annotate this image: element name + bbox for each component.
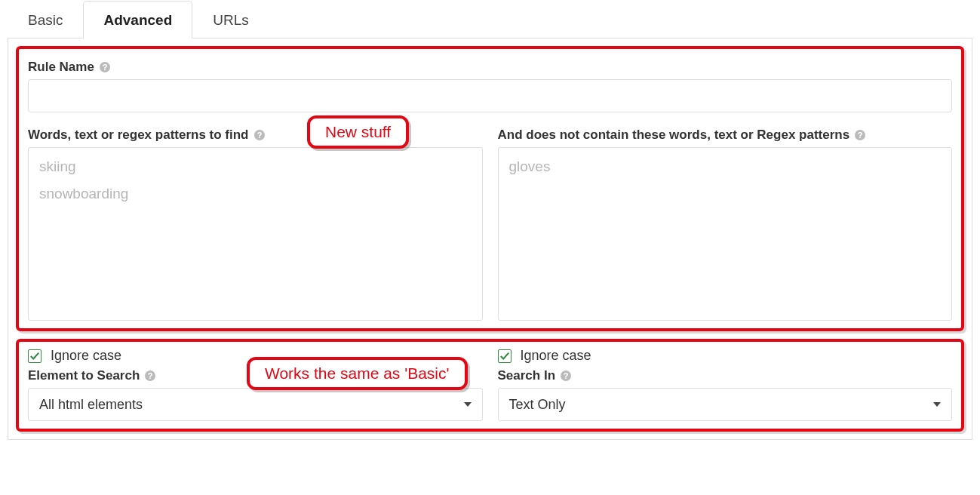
help-icon[interactable]: ? [253,129,266,141]
tag[interactable]: snowboarding [39,186,472,202]
rule-name-label: Rule Name ? [28,60,952,75]
help-icon[interactable]: ? [560,370,572,382]
chevron-down-icon [933,402,941,407]
tag[interactable]: skiing [39,158,472,175]
right-options: Ignore case Search In ? Text Only [498,348,953,421]
svg-text:?: ? [257,131,262,140]
tab-basic[interactable]: Basic [8,1,83,38]
rule-name-label-text: Rule Name [28,60,94,75]
exclude-label-text: And does not contain these words, text o… [498,128,850,143]
callout-new-stuff: Rule Name ? Words, text or regex pattern… [16,46,964,331]
exclude-label: And does not contain these words, text o… [498,128,953,143]
ignore-case-label-left: Ignore case [51,348,121,364]
ignore-case-checkbox-left[interactable] [28,349,41,363]
find-column: Words, text or regex patterns to find ? … [28,123,483,321]
exclude-column: And does not contain these words, text o… [498,123,953,321]
help-icon[interactable]: ? [854,129,866,141]
search-in-select[interactable]: Text Only [498,388,953,421]
ignore-case-checkbox-right[interactable] [498,349,512,363]
ignore-case-label-right: Ignore case [521,348,591,364]
find-tags-input[interactable]: skiing snowboarding [28,147,483,321]
left-options: Ignore case Element to Search ? All html… [28,348,483,421]
find-label: Words, text or regex patterns to find ? [28,128,483,143]
exclude-tags-input[interactable]: gloves [498,147,953,321]
find-label-text: Words, text or regex patterns to find [28,128,249,143]
svg-text:?: ? [858,131,863,140]
chevron-down-icon [464,402,472,407]
element-to-search-select[interactable]: All html elements [28,388,483,421]
svg-text:?: ? [103,63,108,72]
help-icon[interactable]: ? [99,61,111,73]
callout-same-as-basic: Ignore case Element to Search ? All html… [16,339,964,432]
tag[interactable]: gloves [509,158,942,175]
help-icon[interactable]: ? [144,370,156,382]
tab-urls[interactable]: URLs [192,1,269,38]
search-in-label: Search In [498,368,556,383]
rule-name-input[interactable] [28,79,952,112]
element-to-search-label: Element to Search [28,368,140,383]
tab-advanced[interactable]: Advanced [83,1,192,38]
element-to-search-value: All html elements [39,397,143,413]
search-in-value: Text Only [509,397,566,413]
tab-strip: Basic Advanced URLs [8,0,972,38]
svg-text:?: ? [564,371,569,380]
tab-panel: Rule Name ? Words, text or regex pattern… [8,38,972,440]
svg-text:?: ? [148,371,153,380]
